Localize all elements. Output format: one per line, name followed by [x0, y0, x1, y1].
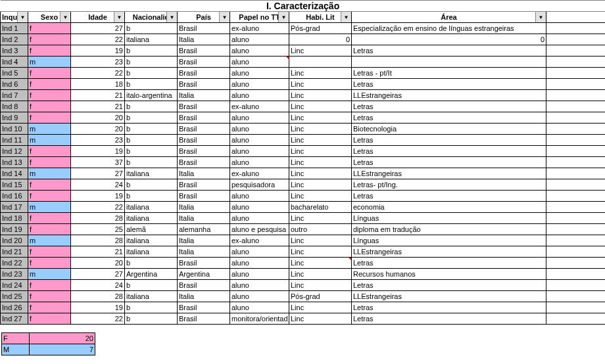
cell-habi[interactable]: Linc: [289, 302, 352, 313]
hdr-idade[interactable]: Idade▼: [71, 12, 125, 23]
cell-papel[interactable]: aluno: [230, 302, 289, 313]
cell-nacionalidade[interactable]: Argentina: [125, 269, 178, 280]
cell-papel[interactable]: monitora/orientad: [230, 313, 289, 325]
cell-idade[interactable]: 27: [71, 23, 125, 34]
cell-pais[interactable]: Italia: [178, 291, 230, 302]
cell-nacionalidade[interactable]: b: [125, 258, 178, 269]
hdr-papel[interactable]: Papel no TT▼: [230, 12, 289, 23]
cell-blank[interactable]: [546, 157, 606, 168]
cell-papel[interactable]: pesquisadora: [230, 179, 289, 191]
cell-id[interactable]: Ind 16: [1, 191, 28, 202]
cell-pais[interactable]: alemanha: [178, 224, 230, 235]
filter-dropdown-icon[interactable]: ▼: [278, 12, 289, 22]
cell-pais[interactable]: Brasil: [178, 313, 230, 325]
cell-nacionalidade[interactable]: italiana: [125, 235, 178, 246]
cell-nacionalidade[interactable]: italiana: [125, 291, 178, 302]
cell-idade[interactable]: 27: [71, 168, 125, 179]
cell-habi[interactable]: Linc: [289, 269, 352, 280]
hdr-pais[interactable]: País▼: [178, 12, 230, 23]
cell-id[interactable]: Ind 11: [1, 135, 28, 146]
cell-pais[interactable]: Brasil: [178, 146, 230, 157]
cell-papel[interactable]: aluno: [230, 202, 289, 213]
cell-blank[interactable]: [546, 23, 606, 34]
cell-nacionalidade[interactable]: italiana: [125, 213, 178, 224]
cell-blank[interactable]: [546, 146, 606, 157]
cell-nacionalidade[interactable]: italiana: [125, 202, 178, 213]
cell-area[interactable]: diploma em tradução: [352, 224, 546, 235]
cell-id[interactable]: Ind 1: [1, 23, 28, 34]
cell-idade[interactable]: 24: [71, 179, 125, 191]
cell-area[interactable]: Letras: [352, 313, 546, 325]
cell-id[interactable]: Ind 24: [1, 280, 28, 291]
cell-sexo[interactable]: f: [28, 157, 71, 168]
cell-sexo[interactable]: m: [28, 202, 71, 213]
cell-area[interactable]: Letras: [352, 146, 546, 157]
cell-id[interactable]: Ind 10: [1, 124, 28, 135]
cell-habi[interactable]: Linc: [289, 135, 352, 146]
cell-idade[interactable]: 22: [71, 34, 125, 45]
cell-blank[interactable]: [546, 45, 606, 57]
cell-sexo[interactable]: f: [28, 90, 71, 101]
cell-idade[interactable]: 23: [71, 135, 125, 146]
cell-pais[interactable]: Brasil: [178, 68, 230, 79]
cell-nacionalidade[interactable]: b: [125, 79, 178, 90]
cell-habi[interactable]: Linc: [289, 313, 352, 325]
cell-pais[interactable]: Italia: [178, 34, 230, 45]
cell-sexo[interactable]: f: [28, 258, 71, 269]
cell-pais[interactable]: Brasil: [178, 23, 230, 34]
cell-nacionalidade[interactable]: italiana: [125, 168, 178, 179]
cell-area[interactable]: [352, 57, 546, 68]
cell-sexo[interactable]: f: [28, 280, 71, 291]
cell-habi[interactable]: bacharelato: [289, 202, 352, 213]
cell-idade[interactable]: 21: [71, 101, 125, 112]
cell-id[interactable]: Ind 13: [1, 157, 28, 168]
cell-id[interactable]: Ind 23: [1, 269, 28, 280]
cell-idade[interactable]: 28: [71, 291, 125, 302]
cell-habi[interactable]: Linc: [289, 146, 352, 157]
cell-papel[interactable]: ex-aluno: [230, 101, 289, 112]
filter-dropdown-icon[interactable]: ▼: [219, 12, 230, 22]
cell-habi[interactable]: Linc: [289, 179, 352, 191]
cell-pais[interactable]: Italia: [178, 202, 230, 213]
cell-area[interactable]: Especialização em ensino de línguas estr…: [352, 23, 546, 34]
cell-sexo[interactable]: f: [28, 291, 71, 302]
cell-blank[interactable]: [546, 258, 606, 269]
cell-area[interactable]: Letras: [352, 101, 546, 112]
cell-habi[interactable]: 0: [289, 34, 352, 45]
cell-nacionalidade[interactable]: b: [125, 313, 178, 325]
cell-blank[interactable]: [546, 302, 606, 313]
cell-pais[interactable]: Argentina: [178, 269, 230, 280]
cell-idade[interactable]: 25: [71, 224, 125, 235]
cell-blank[interactable]: [546, 235, 606, 246]
cell-habi[interactable]: Pós-grad: [289, 23, 352, 34]
cell-sexo[interactable]: f: [28, 45, 71, 57]
cell-papel[interactable]: aluno: [230, 57, 289, 68]
cell-papel[interactable]: aluno: [230, 112, 289, 124]
cell-habi[interactable]: Linc: [289, 90, 352, 101]
cell-pais[interactable]: Brasil: [178, 179, 230, 191]
cell-nacionalidade[interactable]: italiana: [125, 246, 178, 258]
cell-sexo[interactable]: f: [28, 34, 71, 45]
filter-dropdown-icon[interactable]: ▼: [17, 12, 28, 22]
cell-area[interactable]: 0: [352, 34, 546, 45]
cell-blank[interactable]: [546, 68, 606, 79]
cell-papel[interactable]: aluno: [230, 191, 289, 202]
cell-habi[interactable]: Linc: [289, 168, 352, 179]
cell-sexo[interactable]: m: [28, 168, 71, 179]
cell-pais[interactable]: Italia: [178, 168, 230, 179]
cell-idade[interactable]: 20: [71, 124, 125, 135]
cell-papel[interactable]: ex-aluno: [230, 23, 289, 34]
cell-idade[interactable]: 19: [71, 191, 125, 202]
cell-habi[interactable]: Linc: [289, 112, 352, 124]
cell-nacionalidade[interactable]: alemã: [125, 224, 178, 235]
cell-sexo[interactable]: f: [28, 146, 71, 157]
cell-blank[interactable]: [546, 246, 606, 258]
cell-habi[interactable]: Linc: [289, 101, 352, 112]
cell-area[interactable]: Línguas: [352, 235, 546, 246]
cell-pais[interactable]: Italia: [178, 235, 230, 246]
cell-area[interactable]: Letras- pt/Ing.: [352, 179, 546, 191]
cell-idade[interactable]: 21: [71, 246, 125, 258]
cell-pais[interactable]: Brasil: [178, 57, 230, 68]
cell-pais[interactable]: Brasil: [178, 191, 230, 202]
cell-id[interactable]: Ind 6: [1, 79, 28, 90]
